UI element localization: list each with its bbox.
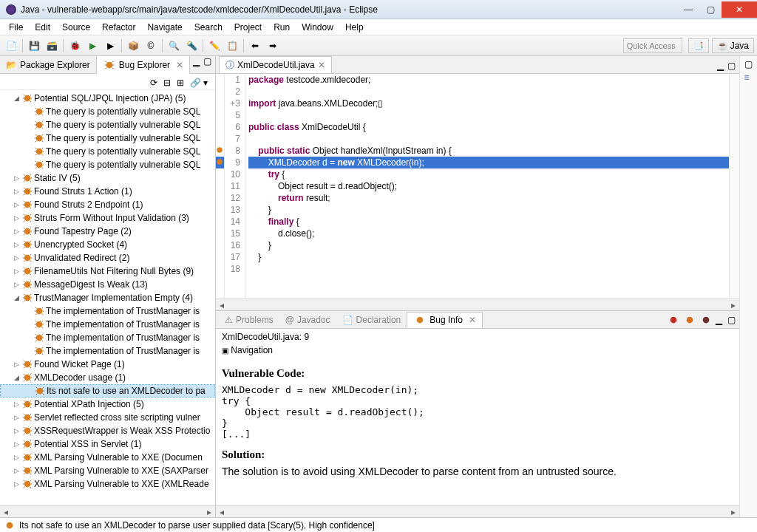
menu-source[interactable]: Source	[56, 21, 96, 34]
tree-category[interactable]: ▷Struts Form Without Input Validation (3…	[0, 211, 215, 225]
twisty-closed-icon[interactable]: ▷	[12, 227, 21, 236]
menu-search[interactable]: Search	[189, 21, 228, 34]
save-all-button[interactable]: 🗃️	[44, 38, 60, 54]
twisty-closed-icon[interactable]: ▷	[12, 253, 21, 262]
tab-bug-info[interactable]: Bug Info ✕	[407, 312, 483, 328]
tab-declaration[interactable]: 📄 Declaration	[336, 313, 407, 327]
twisty-closed-icon[interactable]: ▷	[12, 214, 21, 222]
save-button[interactable]: 💾	[26, 38, 42, 54]
debug-button[interactable]: 🐞	[67, 38, 83, 54]
refresh-icon[interactable]: ⟳	[150, 78, 159, 86]
back-button[interactable]: ⬅	[247, 38, 263, 54]
bug-tree[interactable]: ◢Potential SQL/JPQL Injection (JPA) (5)T…	[0, 90, 215, 505]
tree-category[interactable]: ◢TrustManager Implementation Empty (4)	[0, 291, 215, 304]
buginfo-hscroll[interactable]: ◂▸	[216, 505, 739, 517]
search-button[interactable]: 🔦	[183, 38, 200, 54]
twisty-closed-icon[interactable]: ▷	[12, 413, 21, 422]
close-tab-icon[interactable]: ✕	[176, 60, 183, 70]
outline-restore-icon[interactable]: ▢	[744, 59, 753, 68]
tab-javadoc[interactable]: @ Javadoc	[279, 313, 336, 327]
tree-category[interactable]: ◢Potential SQL/JPQL Injection (JPA) (5)	[0, 92, 215, 105]
tree-item[interactable]: Its not safe to use an XMLDecoder to pa	[0, 384, 215, 398]
open-perspective-button[interactable]: 📑	[688, 38, 709, 53]
link-icon[interactable]: 🔗	[190, 78, 199, 86]
close-button[interactable]: ✕	[722, 1, 757, 18]
menu-navigate[interactable]: Navigate	[141, 21, 188, 34]
twisty-closed-icon[interactable]: ▷	[12, 480, 21, 488]
editor-tab-xmldecodeutil[interactable]: Ⓙ XmlDecodeUtil.java ✕	[219, 56, 332, 73]
tab-package-explorer[interactable]: 📂 Package Explorer	[0, 56, 97, 73]
tree-category[interactable]: ▷Potential XPath Injection (5)	[0, 398, 215, 411]
tree-category[interactable]: ▷Found Wicket Page (1)	[0, 358, 215, 371]
twisty-closed-icon[interactable]: ▷	[12, 280, 21, 289]
buginfo-navigation[interactable]: ▣ Navigation	[222, 344, 733, 357]
new-button[interactable]: 📄	[3, 38, 19, 54]
twisty-open-icon[interactable]: ◢	[12, 293, 21, 302]
tree-category[interactable]: ▷XML Parsing Vulnerable to XXE (XMLReade	[0, 477, 215, 491]
menu-refactor[interactable]: Refactor	[96, 21, 141, 34]
tab-problems[interactable]: ⚠ Problems	[219, 313, 279, 327]
overview-ruler[interactable]	[729, 74, 739, 299]
tree-item[interactable]: The query is potentially vulnerable SQL	[0, 105, 215, 118]
minimize-view-icon[interactable]: ▁	[193, 56, 202, 65]
menu-run[interactable]: Run	[268, 21, 296, 34]
tree-category[interactable]: ▷Potential XSS in Servlet (1)	[0, 437, 215, 451]
tree-item[interactable]: The implementation of TrustManager is	[0, 344, 215, 358]
java-perspective-button[interactable]: ☕Java	[712, 38, 754, 53]
twisty-closed-icon[interactable]: ▷	[12, 400, 21, 409]
code-editor[interactable]: 12+356789101112131415161718 package test…	[216, 74, 739, 299]
tree-category[interactable]: ▷Unencrypted Socket (4)	[0, 238, 215, 251]
new-class-button[interactable]: ©	[143, 38, 159, 54]
bug-red-icon[interactable]	[668, 315, 679, 325]
annotation-button[interactable]: 📋	[224, 38, 240, 54]
maximize-view-icon[interactable]: ▢	[203, 56, 212, 65]
bug-orange-icon[interactable]	[685, 315, 695, 325]
tree-category[interactable]: ▷XML Parsing Vulnerable to XXE (SAXParse…	[0, 464, 215, 477]
tab-bug-explorer[interactable]: Bug Explorer ✕	[97, 56, 190, 74]
tree-category[interactable]: ▷Found Tapestry Page (2)	[0, 225, 215, 238]
tree-category[interactable]: ▷Found Struts 1 Action (1)	[0, 185, 215, 198]
menu-edit[interactable]: Edit	[29, 21, 56, 34]
editor-hscroll[interactable]: ◂▸	[216, 299, 739, 310]
tree-category[interactable]: ▷Found Struts 2 Endpoint (1)	[0, 198, 215, 211]
tree-category[interactable]: ▷XSSRequestWrapper is Weak XSS Protectio	[0, 424, 215, 437]
bug-dark-icon[interactable]	[701, 315, 711, 325]
editor-maximize-icon[interactable]: ▢	[727, 61, 736, 69]
twisty-closed-icon[interactable]: ▷	[12, 267, 21, 276]
menu-help[interactable]: Help	[339, 21, 370, 34]
twisty-closed-icon[interactable]: ▷	[12, 453, 21, 462]
tree-category[interactable]: ▷Servlet reflected cross site scripting …	[0, 411, 215, 424]
tree-category[interactable]: ▷MessageDigest Is Weak (13)	[0, 278, 215, 291]
menu-window[interactable]: Window	[296, 21, 339, 34]
tree-item[interactable]: The query is potentially vulnerable SQL	[0, 158, 215, 171]
run-button[interactable]: ▶	[84, 38, 101, 54]
twisty-closed-icon[interactable]: ▷	[12, 240, 21, 249]
forward-button[interactable]: ➡	[265, 38, 281, 54]
tree-item[interactable]: The implementation of TrustManager is	[0, 304, 215, 318]
tree-category[interactable]: ▷Static IV (5)	[0, 171, 215, 185]
maximize-button[interactable]: ▢	[699, 1, 722, 18]
menu-project[interactable]: Project	[228, 21, 268, 34]
twisty-closed-icon[interactable]: ▷	[12, 200, 21, 209]
collapse-all-icon[interactable]: ⊟	[163, 78, 172, 86]
new-package-button[interactable]: 📦	[125, 38, 141, 54]
twisty-open-icon[interactable]: ◢	[12, 94, 21, 103]
twisty-closed-icon[interactable]: ▷	[12, 466, 21, 475]
tree-item[interactable]: The query is potentially vulnerable SQL	[0, 132, 215, 145]
view-menu-icon[interactable]: ▾	[203, 78, 212, 86]
twisty-closed-icon[interactable]: ▷	[12, 187, 21, 196]
twisty-closed-icon[interactable]: ▷	[12, 440, 21, 449]
tree-item[interactable]: The implementation of TrustManager is	[0, 318, 215, 331]
twisty-closed-icon[interactable]: ▷	[12, 360, 21, 369]
expand-all-icon[interactable]: ⊞	[177, 78, 186, 86]
bottom-minimize-icon[interactable]: ▁	[716, 315, 724, 324]
tree-hscroll[interactable]: ◂▸	[0, 505, 215, 517]
quick-access-input[interactable]: Quick Access	[623, 38, 682, 53]
editor-minimize-icon[interactable]: ▁	[717, 61, 726, 69]
tree-item[interactable]: The implementation of TrustManager is	[0, 331, 215, 344]
open-type-button[interactable]: 🔍	[166, 38, 182, 54]
minimize-button[interactable]: —	[677, 1, 699, 18]
tree-category[interactable]: ▷Unvalidated Redirect (2)	[0, 251, 215, 265]
menu-file[interactable]: File	[3, 21, 29, 34]
twisty-closed-icon[interactable]: ▷	[12, 426, 21, 435]
